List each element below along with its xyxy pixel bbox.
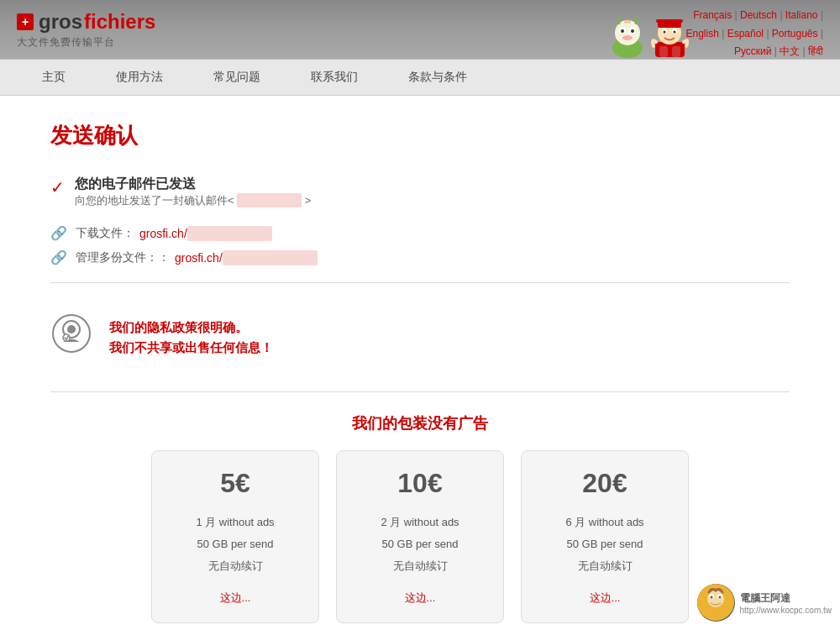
svg-point-21 (67, 325, 76, 333)
nav-faq[interactable]: 常见问题 (205, 60, 269, 95)
lang-line1: Français | Deutsch | Italiano | (686, 7, 824, 25)
lang-deutsch[interactable]: Deutsch (740, 9, 777, 21)
manage-link-label: 管理多份文件：： (76, 250, 170, 265)
price-features-2: 2 月 without ads 50 GB per send 无自动续订 (349, 512, 491, 577)
footer-watermark: 電腦王阿達 http://www.kocpc.com.tw (697, 584, 832, 622)
confirmation-row: ✓ 您的电子邮件已发送 向您的地址发送了一封确认邮件< > (50, 176, 790, 208)
svg-point-5 (631, 29, 634, 33)
logo: + grosfichiers 大文件免费传输平台 (17, 10, 155, 50)
pricing-card-2: 10€ 2 月 without ads 50 GB per send 无自动续订… (336, 450, 504, 623)
lang-hindi[interactable]: हिंदी (808, 45, 823, 57)
link-icon-2: 🔗 (50, 249, 67, 265)
price-button-1[interactable]: 这边... (220, 591, 251, 604)
mascot-figure-2 (651, 13, 689, 59)
price-amount-3: 20€ (534, 468, 675, 499)
privacy-section: 我们的隐私政策很明确。 我们不共享或出售任何信息！ (50, 300, 790, 375)
nav-terms[interactable]: 条款与条件 (400, 60, 475, 95)
manage-url-highlight (223, 250, 318, 265)
manage-link-url[interactable]: grosfi.ch/ (175, 250, 318, 265)
svg-rect-18 (672, 46, 680, 57)
main-content: 发送确认 ✓ 您的电子邮件已发送 向您的地址发送了一封确认邮件< > 🔗 下载文… (0, 96, 840, 630)
checkmark-icon: ✓ (50, 177, 65, 197)
price-amount-1: 5€ (165, 468, 306, 499)
page-title: 发送确认 (50, 121, 790, 150)
logo-cross: + (17, 13, 34, 30)
svg-point-28 (718, 596, 721, 599)
header: + grosfichiers 大文件免费传输平台 (0, 0, 840, 59)
price-features-1: 1 月 without ads 50 GB per send 无自动续订 (165, 512, 306, 577)
price-features-3: 6 月 without ads 50 GB per send 无自动续订 (534, 512, 675, 577)
svg-rect-17 (659, 46, 668, 57)
mascot-figure-1 (609, 13, 647, 59)
confirmation-text-block: 您的电子邮件已发送 向您的地址发送了一封确认邮件< > (75, 176, 311, 208)
download-link-row: 🔗 下载文件： grosfi.ch/ (50, 225, 790, 241)
confirmation-main-text: 您的电子邮件已发送 (75, 176, 311, 193)
divider-2 (50, 391, 790, 392)
lang-chinese[interactable]: 中文 (780, 45, 800, 57)
links-section: 🔗 下载文件： grosfi.ch/ 🔗 管理多份文件：： grosfi.ch/ (50, 225, 790, 265)
nav: 主页 使用方法 常见问题 联系我们 条款与条件 (0, 59, 840, 96)
lang-line2: English | Español | Português | (686, 25, 824, 44)
price-button-3[interactable]: 这边... (590, 591, 621, 604)
privacy-svg (50, 312, 92, 354)
nav-howto[interactable]: 使用方法 (108, 60, 171, 95)
nav-contact[interactable]: 联系我们 (302, 60, 366, 95)
price-button-2[interactable]: 这边... (405, 591, 436, 604)
svg-point-7 (624, 20, 627, 24)
logo-text-fichiers: fichiers (84, 10, 155, 34)
watermark-avatar (697, 584, 735, 622)
lang-portugues[interactable]: Português (772, 28, 818, 39)
pricing-card-1: 5€ 1 月 without ads 50 GB per send 无自动续订 … (151, 450, 319, 623)
manage-link-row: 🔗 管理多份文件：： grosfi.ch/ (50, 249, 790, 265)
download-url-highlight (187, 226, 272, 241)
privacy-text: 我们的隐私政策很明确。 我们不共享或出售任何信息！ (109, 318, 273, 358)
divider-1 (50, 282, 790, 283)
lang-francais[interactable]: Français (693, 9, 732, 21)
download-link-label: 下载文件： (76, 226, 134, 241)
price-amount-2: 10€ (349, 468, 491, 499)
logo-subtitle: 大文件免费传输平台 (17, 35, 115, 50)
header-lang: Français | Deutsch | Italiano | English … (686, 7, 824, 59)
lang-russian[interactable]: Русский (734, 45, 772, 57)
pricing-header: 我们的包装没有广告 (50, 413, 790, 433)
svg-rect-12 (656, 19, 683, 23)
watermark-name: 電腦王阿達 (740, 591, 832, 606)
download-link-url[interactable]: grosfi.ch/ (139, 226, 272, 241)
mascot-container (609, 13, 689, 59)
privacy-line1: 我们的隐私政策很明确。 (109, 320, 248, 334)
pricing-card-3: 20€ 6 月 without ads 50 GB per send 无自动续订… (521, 450, 689, 623)
lang-line3: Русский | 中文 | हिंदी (686, 43, 824, 59)
pricing-cards: 5€ 1 月 without ads 50 GB per send 无自动续订 … (50, 450, 790, 623)
logo-top: + grosfichiers (17, 10, 155, 34)
svg-point-16 (674, 31, 676, 34)
email-highlight (237, 193, 302, 207)
svg-point-6 (622, 35, 633, 40)
lang-italiano[interactable]: Italiano (785, 9, 818, 21)
svg-point-8 (627, 20, 631, 24)
privacy-icon (50, 312, 92, 362)
confirmation-section: ✓ 您的电子邮件已发送 向您的地址发送了一封确认邮件< > (50, 176, 790, 208)
link-icon-1: 🔗 (50, 225, 67, 241)
svg-point-4 (621, 29, 624, 33)
confirmation-sub-text: 向您的地址发送了一封确认邮件< > (75, 193, 311, 208)
watermark-text-block: 電腦王阿達 http://www.kocpc.com.tw (740, 591, 832, 615)
lang-espanol[interactable]: Español (727, 28, 764, 39)
watermark-url: http://www.kocpc.com.tw (740, 606, 832, 615)
logo-text-gros: gros (39, 10, 82, 34)
privacy-line2: 我们不共享或出售任何信息！ (109, 340, 273, 354)
svg-point-27 (710, 596, 712, 599)
nav-home[interactable]: 主页 (34, 60, 74, 95)
lang-english[interactable]: English (686, 28, 719, 39)
svg-point-15 (664, 31, 666, 34)
